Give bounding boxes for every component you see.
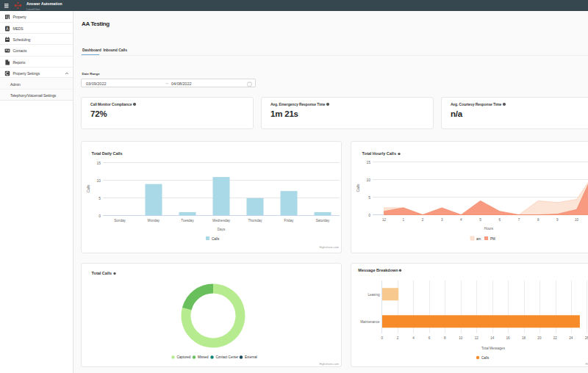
svg-text:Message Breakdown: Message Breakdown [358,268,398,272]
svg-text:9: 9 [556,218,559,222]
svg-text:12: 12 [475,336,479,340]
svg-text:7: 7 [518,218,520,222]
svg-text:Contact Center: Contact Center [216,355,239,359]
svg-text:Leasing: Leasing [368,293,380,297]
svg-text:Sunday: Sunday [114,219,126,222]
svg-text:Calls: Calls [481,356,490,360]
svg-text:Thursday: Thursday [248,219,262,222]
svg-text:10: 10 [96,178,101,183]
svg-text:6: 6 [499,218,501,222]
svg-text:Calls: Calls [356,184,360,192]
svg-text:Total Hourly Calls: Total Hourly Calls [362,151,396,156]
svg-text:22: 22 [553,336,558,340]
svg-text:Maintenance: Maintenance [360,320,380,324]
svg-text:Calls: Calls [212,237,220,241]
svg-text:8: 8 [537,218,539,222]
svg-text:Total Calls: Total Calls [92,271,112,275]
svg-text:Days: Days [218,228,226,231]
svg-text:PM: PM [490,237,495,241]
svg-text:5: 5 [479,218,481,222]
svg-text:26: 26 [585,336,588,340]
svg-text:0: 0 [368,213,370,217]
svg-text:am: am [476,237,481,241]
svg-text:5: 5 [368,195,370,200]
svg-text:10: 10 [459,336,463,340]
svg-text:10: 10 [575,218,579,222]
svg-text:Highcharts.com: Highcharts.com [586,363,588,366]
svg-text:24: 24 [569,336,573,340]
svg-text:Highcharts.com: Highcharts.com [320,363,339,366]
svg-text:5: 5 [98,196,101,200]
svg-text:0: 0 [98,214,101,218]
svg-text:2: 2 [397,336,399,340]
svg-text:3: 3 [441,218,443,222]
svg-text:12: 12 [382,218,387,222]
svg-text:External: External [245,355,257,359]
svg-text:1: 1 [403,218,405,222]
svg-text:18: 18 [522,336,526,340]
svg-text:Total Daily Calls: Total Daily Calls [92,151,123,156]
svg-text:Saturday: Saturday [316,219,330,222]
svg-text:2: 2 [422,218,424,222]
svg-text:10: 10 [366,178,370,182]
svg-text:Hours: Hours [484,227,494,231]
svg-text:15: 15 [96,161,101,165]
svg-text:0: 0 [381,336,383,340]
svg-text:Tuesday: Tuesday [181,219,194,222]
svg-text:16: 16 [506,336,511,340]
svg-text:8: 8 [444,336,446,340]
svg-text:Highcharts.com: Highcharts.com [320,246,339,249]
svg-text:Captured: Captured [177,355,191,359]
svg-text:4: 4 [460,218,462,222]
svg-text:Friday: Friday [284,219,294,222]
svg-text:4: 4 [412,336,415,340]
svg-text:Missed: Missed [198,355,209,359]
svg-text:14: 14 [490,336,495,340]
svg-text:20: 20 [537,336,542,340]
svg-text:Wednesday: Wednesday [212,219,231,222]
svg-text:6: 6 [429,336,431,340]
svg-text:Total Messages: Total Messages [481,347,506,350]
svg-text:15: 15 [366,160,370,164]
svg-text:Monday: Monday [148,219,160,222]
svg-text:Calls: Calls [86,184,90,193]
